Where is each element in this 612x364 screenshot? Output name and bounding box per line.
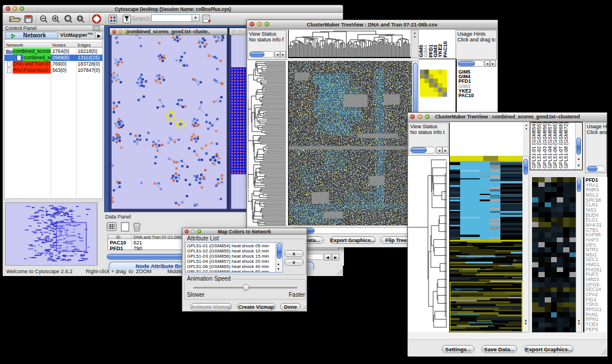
svg-text:PAC10: PAC10 <box>442 41 448 58</box>
svg-text:GPL51-08 (GSM872): GPL51-08 (GSM872) <box>563 122 569 168</box>
